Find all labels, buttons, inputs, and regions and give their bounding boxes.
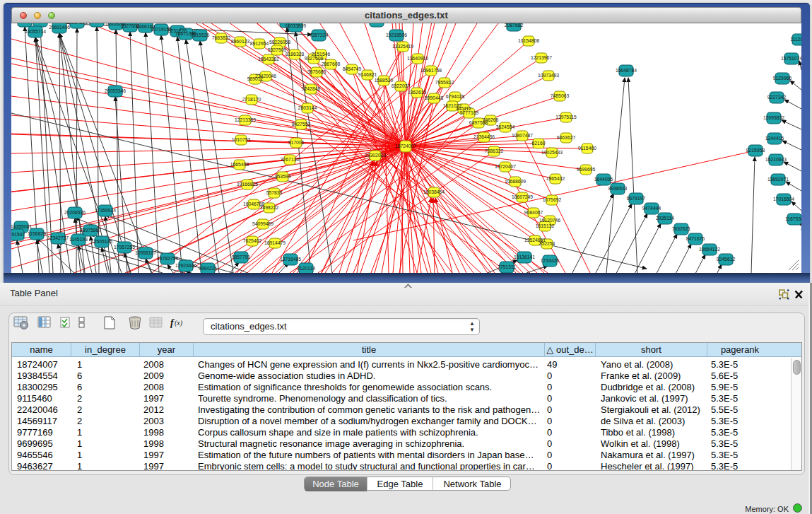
svg-text:9084067: 9084067 — [524, 210, 543, 215]
svg-text:12342737: 12342737 — [47, 235, 69, 240]
svg-text:10025433: 10025433 — [541, 150, 563, 155]
svg-text:9327508: 9327508 — [305, 56, 324, 61]
svg-text:16210643: 16210643 — [765, 157, 787, 162]
svg-text:9115460: 9115460 — [578, 146, 596, 151]
svg-text:917006: 917006 — [288, 140, 305, 145]
svg-text:16984203: 16984203 — [66, 23, 88, 25]
svg-text:1010753: 1010753 — [232, 137, 251, 142]
svg-text:15751074: 15751074 — [781, 56, 801, 61]
svg-text:1615132: 1615132 — [536, 223, 555, 228]
svg-text:8215958: 8215958 — [746, 148, 765, 153]
svg-text:20206536: 20206536 — [64, 210, 86, 215]
svg-text:10038454: 10038454 — [423, 189, 445, 194]
svg-text:8454749: 8454749 — [343, 66, 362, 71]
svg-text:7663822: 7663822 — [212, 35, 231, 40]
svg-text:6794028: 6794028 — [446, 94, 465, 99]
svg-text:23302033: 23302033 — [365, 153, 386, 158]
svg-text:7625402: 7625402 — [243, 238, 262, 243]
svg-text:1244415: 1244415 — [765, 136, 784, 141]
svg-text:8186328: 8186328 — [286, 52, 305, 57]
svg-text:13692971: 13692971 — [767, 177, 789, 182]
svg-text:1733426: 1733426 — [541, 258, 560, 263]
svg-text:15136141: 15136141 — [514, 255, 535, 259]
svg-text:2935114: 2935114 — [656, 216, 674, 221]
svg-text:953594: 953594 — [275, 174, 291, 179]
svg-text:16782759: 16782759 — [157, 256, 178, 261]
svg-text:6322037: 6322037 — [392, 83, 411, 88]
svg-text:23975867: 23975867 — [80, 228, 101, 233]
svg-text:8938923: 8938923 — [608, 186, 628, 191]
svg-text:557833: 557833 — [266, 190, 283, 195]
svg-text:18607249: 18607249 — [512, 194, 533, 199]
svg-text:18724007: 18724007 — [395, 144, 416, 148]
svg-text:10654122: 10654122 — [699, 247, 720, 252]
svg-text:13325419: 13325419 — [392, 44, 413, 49]
svg-text:2803144: 2803144 — [298, 105, 317, 110]
svg-text:7632621: 7632621 — [672, 226, 691, 231]
svg-text:10807487: 10807487 — [512, 133, 533, 138]
svg-text:8990448: 8990448 — [425, 95, 444, 100]
svg-text:3498222: 3498222 — [260, 205, 279, 210]
svg-text:1145193: 1145193 — [69, 237, 88, 242]
svg-text:12093832: 12093832 — [763, 115, 784, 120]
svg-text:2718170: 2718170 — [242, 97, 261, 102]
svg-text:7515526: 7515526 — [191, 33, 210, 37]
svg-text:1644095: 1644095 — [594, 177, 613, 182]
svg-text:8120114: 8120114 — [297, 266, 315, 271]
svg-text:19166825: 19166825 — [237, 182, 258, 187]
svg-text:1362615: 1362615 — [408, 90, 427, 95]
svg-text:9327509: 9327509 — [268, 47, 287, 52]
svg-text:1156829: 1156829 — [28, 231, 46, 236]
svg-text:10958107: 10958107 — [135, 250, 156, 255]
svg-text:13640910: 13640910 — [407, 56, 428, 61]
svg-text:13975115: 13975115 — [555, 115, 577, 119]
svg-text:17359924: 17359924 — [95, 208, 116, 213]
svg-text:12505135: 12505135 — [91, 239, 112, 244]
svg-text:12923446: 12923446 — [175, 263, 196, 268]
svg-text:7386322: 7386322 — [485, 148, 504, 153]
svg-text:8427552: 8427552 — [292, 122, 311, 127]
svg-text:16961758: 16961758 — [420, 68, 442, 73]
svg-text:19218506: 19218506 — [386, 33, 407, 37]
svg-text:8912954: 8912954 — [250, 41, 269, 46]
svg-text:16033809: 16033809 — [285, 23, 306, 28]
svg-text:9242848: 9242848 — [302, 86, 321, 91]
svg-text:16914479: 16914479 — [264, 240, 286, 245]
svg-text:9777169: 9777169 — [460, 110, 479, 115]
svg-text:21364436: 21364436 — [473, 134, 495, 139]
svg-text:9964221: 9964221 — [199, 266, 218, 271]
svg-text:14055714: 14055714 — [25, 29, 46, 34]
svg-text:7357224: 7357224 — [310, 33, 329, 37]
svg-text:10688609: 10688609 — [505, 179, 526, 184]
svg-text:17957255: 17957255 — [114, 245, 135, 250]
svg-text:3624554: 3624554 — [496, 124, 515, 129]
svg-text:746266: 746266 — [483, 117, 499, 122]
svg-text:20053346: 20053346 — [105, 88, 126, 93]
svg-text:9857791: 9857791 — [232, 255, 251, 259]
svg-text:8960123: 8960123 — [231, 39, 250, 44]
svg-text:10973493: 10973493 — [538, 73, 559, 78]
svg-text:391547: 391547 — [11, 232, 25, 237]
svg-text:16120746: 16120746 — [539, 218, 560, 223]
svg-text:9146821: 9146821 — [358, 72, 377, 77]
svg-text:20691406: 20691406 — [49, 25, 70, 30]
svg-text:1665498: 1665498 — [230, 162, 249, 167]
svg-text:13716485: 13716485 — [280, 257, 301, 262]
svg-text:10154808: 10154808 — [518, 38, 539, 43]
svg-text:3875685: 3875685 — [307, 69, 326, 74]
svg-text:1075692: 1075692 — [543, 197, 562, 202]
svg-text:989012: 989012 — [247, 76, 264, 81]
svg-text:9245612: 9245612 — [717, 257, 736, 262]
svg-text:7955812: 7955812 — [435, 80, 454, 85]
svg-text:1112843: 1112843 — [790, 37, 801, 42]
svg-text:9129966: 9129966 — [773, 76, 792, 81]
svg-text:62160: 62160 — [532, 141, 546, 146]
svg-text:14355061: 14355061 — [11, 224, 32, 229]
svg-text:58226058: 58226058 — [269, 40, 290, 45]
svg-text:(x): (x) — [175, 319, 183, 327]
svg-text:9474444: 9474444 — [642, 206, 661, 211]
svg-text:2087682: 2087682 — [505, 23, 524, 28]
svg-text:7485063: 7485063 — [551, 93, 570, 98]
svg-text:9699695: 9699695 — [577, 167, 596, 172]
svg-text:17016504: 17016504 — [773, 197, 794, 201]
